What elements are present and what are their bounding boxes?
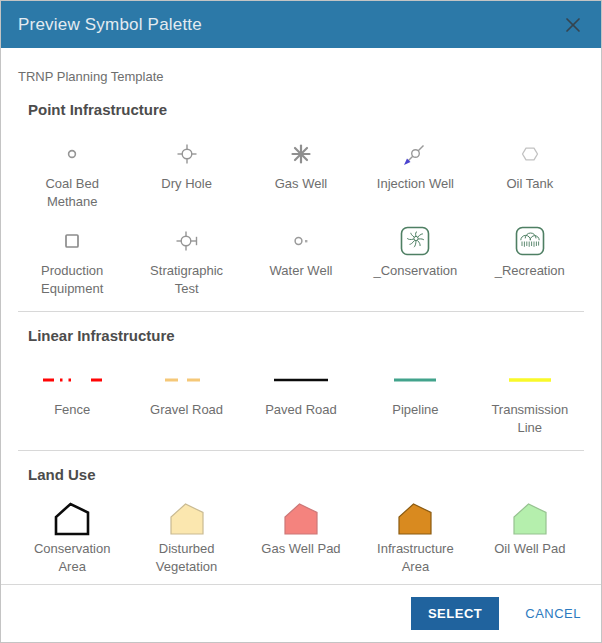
symbol-label: Disturbed Vegetation xyxy=(138,540,236,575)
coal-bed-methane-symbol xyxy=(52,133,92,175)
template-name: TRNP Planning Template xyxy=(1,48,601,86)
symbol-grid: Conservation Area Disturbed Vegetation G… xyxy=(1,498,601,584)
land-polygon-symbol xyxy=(49,498,95,540)
symbol-item: Production Equipment xyxy=(15,220,129,297)
production-equipment-symbol xyxy=(52,220,92,262)
fence-line-symbol xyxy=(32,359,112,401)
gravel-road-line-symbol xyxy=(147,359,227,401)
section-heading: Linear Infrastructure xyxy=(28,327,584,344)
symbol-item: Gas Well Pad xyxy=(244,498,358,575)
section-divider xyxy=(18,311,584,312)
close-icon[interactable] xyxy=(562,14,584,36)
gas-well-symbol xyxy=(281,133,321,175)
symbol-label: Oil Tank xyxy=(506,175,553,193)
symbol-item: Stratigraphic Test xyxy=(129,220,243,297)
symbol-label: Gas Well Pad xyxy=(261,540,340,558)
preview-symbol-palette-dialog: Preview Symbol Palette TRNP Planning Tem… xyxy=(0,0,602,643)
sections-container: Point Infrastructure Coal Bed Methane Dr… xyxy=(1,86,601,584)
symbol-item: Fence xyxy=(15,359,129,436)
symbol-item: Transmission Line xyxy=(473,359,587,436)
conservation-point-symbol xyxy=(395,220,435,262)
dialog-footer: SELECT CANCEL xyxy=(1,584,601,642)
land-polygon-symbol xyxy=(164,498,210,540)
symbol-item: _Recreation xyxy=(473,220,587,297)
symbol-label: Dry Hole xyxy=(161,175,212,193)
section-divider xyxy=(18,450,584,451)
symbol-item: Oil Tank xyxy=(473,133,587,210)
paved-road-line-symbol xyxy=(261,359,341,401)
select-button[interactable]: SELECT xyxy=(411,597,499,630)
symbol-item: Conservation Area xyxy=(15,498,129,575)
injection-well-symbol xyxy=(395,133,435,175)
symbol-label: Production Equipment xyxy=(23,262,121,297)
land-polygon-symbol xyxy=(392,498,438,540)
symbol-label: Conservation Area xyxy=(23,540,121,575)
symbol-item: Injection Well xyxy=(358,133,472,210)
symbol-label: Fence xyxy=(54,401,90,419)
symbol-item: Gas Well xyxy=(244,133,358,210)
symbol-label: Gravel Road xyxy=(150,401,223,419)
symbol-label: Transmission Line xyxy=(481,401,579,436)
dialog-body: TRNP Planning Template Point Infrastruct… xyxy=(1,48,601,584)
symbol-grid: Fence Gravel Road Paved Road Pipeline Tr… xyxy=(1,359,601,446)
symbol-label: Oil Well Pad xyxy=(494,540,565,558)
symbol-item: Oil Well Pad xyxy=(473,498,587,575)
symbol-label: Injection Well xyxy=(377,175,454,193)
water-well-symbol xyxy=(281,220,321,262)
land-polygon-symbol xyxy=(507,498,553,540)
symbol-item: Pipeline xyxy=(358,359,472,436)
section-heading: Land Use xyxy=(28,466,584,483)
symbol-item: Gravel Road xyxy=(129,359,243,436)
symbol-label: Pipeline xyxy=(392,401,438,419)
symbol-item: Disturbed Vegetation xyxy=(129,498,243,575)
stratigraphic-test-symbol xyxy=(167,220,207,262)
symbol-label: Paved Road xyxy=(265,401,337,419)
symbol-item: Infrastructure Area xyxy=(358,498,472,575)
symbol-label: Gas Well xyxy=(275,175,328,193)
pipeline-line-symbol xyxy=(375,359,455,401)
symbol-label: Coal Bed Methane xyxy=(23,175,121,210)
land-polygon-symbol xyxy=(278,498,324,540)
symbol-label: Stratigraphic Test xyxy=(138,262,236,297)
symbol-label: Water Well xyxy=(270,262,333,280)
section-heading: Point Infrastructure xyxy=(28,101,584,118)
symbol-item: Dry Hole xyxy=(129,133,243,210)
dialog-header: Preview Symbol Palette xyxy=(1,1,601,48)
symbol-item: _Conservation xyxy=(358,220,472,297)
symbol-label: Infrastructure Area xyxy=(366,540,464,575)
recreation-point-symbol xyxy=(510,220,550,262)
symbol-item: Water Well xyxy=(244,220,358,297)
symbol-label: _Conservation xyxy=(373,262,457,280)
dialog-title: Preview Symbol Palette xyxy=(18,15,202,35)
transmission-line-symbol xyxy=(490,359,570,401)
symbol-item: Paved Road xyxy=(244,359,358,436)
symbol-grid: Coal Bed Methane Dry Hole Gas Well Injec… xyxy=(1,133,601,307)
symbol-item: Coal Bed Methane xyxy=(15,133,129,210)
cancel-button[interactable]: CANCEL xyxy=(525,606,581,621)
symbol-label: _Recreation xyxy=(495,262,565,280)
dry-hole-symbol xyxy=(167,133,207,175)
oil-tank-symbol xyxy=(510,133,550,175)
